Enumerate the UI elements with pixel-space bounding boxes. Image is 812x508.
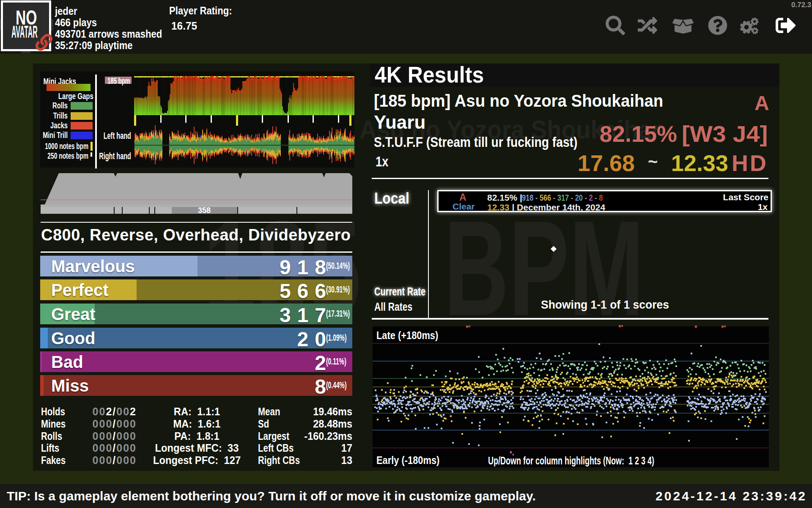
svg-text:358: 358 (198, 206, 211, 214)
